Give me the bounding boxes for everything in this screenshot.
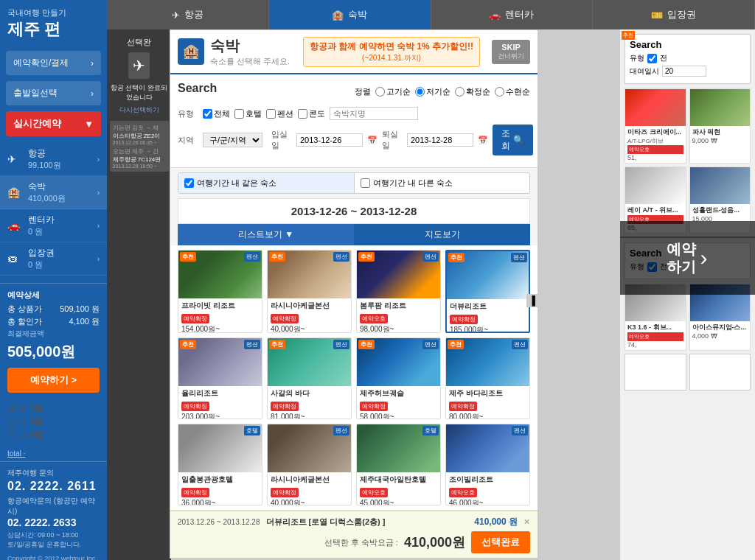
flight-item[interactable]: ✈ 항공 99,100원 › (0, 143, 107, 176)
rental-info: 렌터카 0 원 (28, 214, 97, 237)
flight-time2: 2013.12.28 19:50 ~ (113, 164, 166, 169)
book-now-content: 예약 하기 (667, 240, 696, 276)
child-count: 소 이 0명 (7, 416, 100, 427)
sort-recommend[interactable]: 수현순 (495, 86, 530, 97)
hotel-info-11: 제주대국아일탄호텔 예약오호 45,000원~ (357, 472, 440, 505)
car-card-2[interactable]: 파사 픽현 9,000 ₩ (689, 88, 751, 164)
hotel-card-7[interactable]: 추천 펜션 제주허브궤슬 예약확정 58,000원~ (356, 337, 441, 419)
sort-low-radio[interactable] (415, 87, 425, 97)
type-all-check[interactable] (203, 109, 212, 119)
final-price: 505,000원 (7, 342, 100, 362)
scroll-bar[interactable]: ▐ (526, 294, 537, 307)
region-label: 지역 (178, 135, 198, 146)
hotel-price-6: 81,000원~ (271, 412, 348, 419)
checkin-input[interactable] (296, 133, 363, 147)
hotel-tab-icon: 🏨 (332, 10, 344, 21)
admission-empty-2 (689, 354, 751, 391)
top-nav-bar: ✈ 항공 🏨 숙박 🚗 렌터카 🎫 입장권 (107, 0, 755, 29)
type-pension[interactable]: 펜션 (266, 108, 293, 119)
hotel-badge-3: 추천 (358, 252, 375, 262)
hotel-item[interactable]: 🏨 숙박 410,000원 › (0, 176, 107, 209)
checkout-calendar-icon[interactable]: 📅 (478, 136, 488, 145)
search-title: Search (178, 82, 217, 95)
book-now-overlay[interactable]: 예약 하기 › (619, 221, 755, 295)
skip-btn[interactable]: SKIP 건너뛰기 (492, 40, 530, 64)
deselect-btn[interactable]: 다시선택하기 (119, 105, 159, 115)
checkout-input[interactable] (407, 133, 473, 147)
hotel-card-2[interactable]: 추천 펜션 라시니아케글본선 예약확정 40,000원~ (267, 250, 352, 333)
sort-high-radio[interactable] (375, 87, 385, 97)
sidebar-top: 국내여행 만들기 제주 편 (0, 0, 107, 48)
car-card-1[interactable]: 추천 미타즈 크리에이... A/T-LPG/히브 예약오호 51, (624, 88, 686, 164)
hotel-card-3[interactable]: 추천 펜션 봄루팜 리조트 예약오호 98,000원~ (356, 250, 441, 333)
hotel-card-1[interactable]: 추천 펜션 프라이빗 리조트 예약확정 154,000원~ (178, 250, 262, 333)
type-hotel-check[interactable] (234, 109, 244, 119)
hotel-card-4[interactable]: 추천 펜션 더뷰리조트 예약확정 185,000원~ (445, 250, 530, 333)
flight-arrow: › (97, 155, 100, 164)
rental-item[interactable]: 🚗 렌터카 0 원 › (0, 209, 107, 242)
sort-star[interactable]: 확정순 (455, 86, 490, 97)
hotel-card-6[interactable]: 추천 펜션 사갈의 바다 예약확정 81,000원~ (267, 337, 352, 419)
hotel-card-11[interactable]: 호텔 제주대국아일탄호텔 예약오호 45,000원~ (356, 424, 441, 505)
hotel-name-input[interactable] (330, 107, 418, 120)
checkout-label: 퇴실일 (382, 129, 403, 151)
selection-close-btn[interactable]: ✕ (523, 517, 530, 527)
hotel-name-4: 더뷰리조트 (450, 301, 526, 312)
region-select[interactable]: 구/군/지역 (203, 133, 262, 147)
hotel-type-11: 호텔 (422, 426, 439, 435)
diff-hotel-check[interactable] (361, 178, 370, 188)
hotel-type-3: 펜션 (422, 252, 439, 262)
total-label: 총 상품가 (7, 304, 42, 315)
search-button[interactable]: 조회 🔍 (493, 125, 533, 155)
sort-low[interactable]: 저기순 (415, 86, 450, 97)
admission-arrow: › (97, 255, 100, 263)
hotel-reserve-6: 예약확정 (271, 402, 299, 411)
sort-high[interactable]: 고기순 (375, 86, 411, 97)
list-view-btn[interactable]: 리스트보기 ▼ (178, 224, 354, 245)
realtime-btn[interactable]: 실시간예약 ▼ (6, 111, 101, 136)
list-view-label: 리스트보기 ▼ (238, 228, 293, 241)
hotel-img-6: 추천 펜션 (268, 338, 351, 386)
rental-tab[interactable]: 🚗 렌터카 (431, 0, 594, 29)
flight-tab[interactable]: ✈ 항공 (107, 0, 269, 29)
sort-high-label: 고기순 (386, 86, 411, 97)
hotel-card-10[interactable]: 펜션 라시니아케글본선 예약확정 40,000원~ (267, 424, 352, 505)
same-hotel-check[interactable] (184, 178, 194, 188)
rental-type-check[interactable] (647, 54, 657, 63)
type-hotel[interactable]: 호텔 (234, 108, 262, 119)
selected-price-label: 선택한 후 숙박요금 : (324, 537, 398, 548)
sort-star-radio[interactable] (455, 87, 465, 97)
diff-hotel-tab[interactable]: 여행기간 내 다른 숙소 (355, 173, 530, 193)
hotel-reserve-8: 예약확정 (449, 402, 477, 411)
total-link-text[interactable]: total · (7, 449, 25, 458)
sort-recommend-radio[interactable] (495, 87, 504, 97)
payment-btn[interactable]: 예약확인/결제 › (6, 51, 101, 75)
select-complete-button[interactable]: 선택완료 (471, 531, 530, 553)
type-row: 유형 전체 호텔 펜션 콘도 (178, 107, 530, 120)
rental-date-input[interactable] (662, 66, 706, 77)
total-link[interactable]: total · (0, 445, 107, 461)
hotel-card-12[interactable]: 펜션 조이빌리조트 예약오호 46,000원~ (445, 424, 530, 505)
flight-route: 기는편 김포 → 제 (113, 124, 166, 132)
hotel-tab[interactable]: 🏨 숙박 (269, 0, 431, 29)
hotel-card-8[interactable]: 추천 펜션 제주 바다리조트 예약확정 80,000원~ (445, 337, 530, 419)
map-view-btn[interactable]: 지도보기 (354, 224, 530, 245)
hotel-price-10: 40,000원~ (271, 498, 348, 505)
departure-btn[interactable]: 출발일선택 › (6, 81, 101, 105)
type-condo-check[interactable] (298, 109, 307, 119)
hotel-card-9[interactable]: 호텔 일출봉관광호텔 예약확정 36,000원~ (178, 424, 262, 505)
type-pension-check[interactable] (266, 109, 276, 119)
reserve-button[interactable]: 예약하기 > (7, 368, 100, 393)
admission-item[interactable]: 🎟 입장권 0 원 › (0, 242, 107, 276)
hotel-card-5[interactable]: 추천 펜션 율리리조트 예약확정 203,000원~ (178, 337, 262, 419)
hotel-name-10: 라시니아케글본선 (271, 475, 348, 485)
payment-arrow: › (91, 58, 94, 69)
type-condo[interactable]: 콘도 (298, 108, 325, 119)
same-hotel-tab[interactable]: 여행기간 내 같은 숙소 (178, 173, 355, 193)
adult-num: 1명 (30, 403, 43, 414)
bottom-action-row: 선택한 후 숙박요금 : 410,000원 선택완료 (178, 531, 530, 553)
selection-date: 2013.12.26 ~ 2013.12.28 (178, 518, 260, 526)
type-all[interactable]: 전체 (203, 108, 230, 119)
checkin-calendar-icon[interactable]: 📅 (367, 136, 378, 145)
admission-tab[interactable]: 🎫 입장권 (593, 0, 755, 29)
